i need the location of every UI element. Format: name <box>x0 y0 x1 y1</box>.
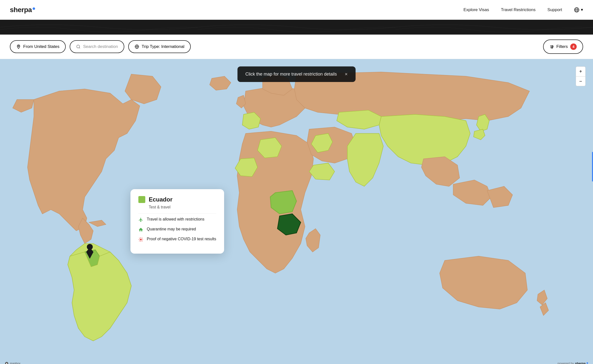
header: sherpa Explore Visas Travel Restrictions… <box>0 0 593 20</box>
language-selector[interactable]: ▾ <box>574 7 583 13</box>
chevron-down-icon: ▾ <box>581 7 583 12</box>
dark-banner <box>0 20 593 35</box>
nav-explore-visas[interactable]: Explore Visas <box>464 7 489 12</box>
country-flag <box>138 196 145 203</box>
popup-header: Ecuador <box>138 196 216 203</box>
popup-status-text: Test & travel <box>138 205 216 209</box>
popup-item-quarantine: Quarantine may be required <box>138 227 216 233</box>
nav-travel-restrictions[interactable]: Travel Restrictions <box>501 7 535 12</box>
tooltip-close-button[interactable]: × <box>345 71 348 77</box>
trip-type-label: Trip Type: International <box>142 44 184 49</box>
svg-point-16 <box>140 239 142 240</box>
svg-point-3 <box>18 46 19 47</box>
zoom-in-button[interactable]: + <box>576 66 586 76</box>
powered-by-text: powered by <box>557 362 574 364</box>
mapbox-attribution: mapbox <box>5 362 21 364</box>
map-tooltip-banner: Click the map for more travel restrictio… <box>237 66 356 82</box>
logo[interactable]: sherpa <box>10 6 35 14</box>
popup-divider <box>138 213 216 214</box>
origin-button[interactable]: From United States <box>10 40 66 53</box>
popup-quarantine-text: Quarantine may be required <box>147 227 196 231</box>
main-nav: Explore Visas Travel Restrictions Suppor… <box>464 7 583 13</box>
country-popup: Ecuador Test & travel Travel is allowed … <box>130 189 224 254</box>
origin-label: From United States <box>23 44 59 49</box>
virus-icon <box>138 237 143 243</box>
svg-point-13 <box>551 47 553 48</box>
powered-by-footer: powered by sherpa <box>557 362 588 364</box>
globe-icon-2 <box>135 44 139 49</box>
scroll-indicator[interactable] <box>592 152 593 182</box>
home-icon <box>138 227 143 233</box>
destination-button[interactable]: Search destination <box>70 40 124 53</box>
logo-dot <box>33 7 35 10</box>
svg-point-4 <box>77 45 80 48</box>
tooltip-text: Click the map for more travel restrictio… <box>245 72 337 77</box>
world-map[interactable] <box>0 59 593 364</box>
popup-country-name: Ecuador <box>149 196 172 203</box>
popup-travel-text: Travel is allowed with restrictions <box>147 217 204 222</box>
svg-point-15 <box>87 244 93 250</box>
globe-icon <box>574 7 579 13</box>
sherpa-brand-dot <box>587 362 588 364</box>
map-area[interactable]: Click the map for more travel restrictio… <box>0 59 593 364</box>
popup-item-covid: Proof of negative COVID-19 test results <box>138 237 216 243</box>
filter-icon <box>550 44 554 49</box>
toolbar: From United States Search destination Tr… <box>0 35 593 59</box>
sherpa-brand-text: sherpa <box>575 362 586 364</box>
zoom-out-button[interactable]: − <box>576 76 586 86</box>
destination-placeholder: Search destination <box>83 44 118 49</box>
logo-text: sherpa <box>10 6 32 14</box>
popup-covid-text: Proof of negative COVID-19 test results <box>147 237 216 241</box>
zoom-controls: + − <box>576 66 586 86</box>
location-pin-icon <box>16 44 21 49</box>
plane-icon <box>138 217 143 223</box>
popup-item-travel: Travel is allowed with restrictions <box>138 217 216 223</box>
filters-count-badge: 4 <box>570 43 577 50</box>
mapbox-label: mapbox <box>10 362 21 364</box>
trip-type-button[interactable]: Trip Type: International <box>128 40 191 53</box>
nav-support[interactable]: Support <box>547 7 562 12</box>
mapbox-logo-icon <box>5 362 8 364</box>
svg-line-5 <box>79 47 80 48</box>
search-icon <box>76 44 81 49</box>
filters-label: Filters <box>556 44 568 49</box>
filters-button[interactable]: Filters 4 <box>543 40 583 54</box>
